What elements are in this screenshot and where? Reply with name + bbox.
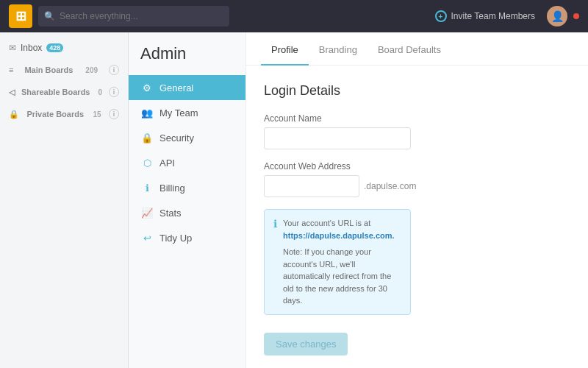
inbox-badge: 428 (46, 43, 63, 52)
sidebar-section-private-boards: 🔒 Private Boards 15 i (0, 102, 128, 124)
sidebar-private-boards-header[interactable]: 🔒 Private Boards 15 i (9, 106, 119, 122)
invite-label: Invite Team Members (451, 11, 536, 21)
sidebar-shareable-boards-header[interactable]: ◁ Shareable Boards 0 i (9, 84, 119, 100)
search-input[interactable] (60, 11, 223, 21)
info-box-icon: ℹ (273, 218, 277, 307)
admin-title: Admin (129, 44, 245, 75)
admin-nav-tidy-up[interactable]: ↩ Tidy Up (129, 225, 245, 250)
search-bar[interactable]: 🔍 (38, 6, 229, 26)
admin-nav-billing[interactable]: ℹ Billing (129, 175, 245, 200)
invite-icon: + (435, 10, 447, 22)
admin-layout: Admin ⚙ General 👥 My Team 🔒 Security ⬡ A… (129, 32, 588, 368)
general-label: General (159, 82, 193, 93)
web-address-row: .dapulse.com (264, 175, 570, 197)
main-layout: ✉ Inbox 428 ≡ Main Boards 209 i ◁ Sharea… (0, 32, 588, 368)
security-icon: 🔒 (140, 131, 154, 144)
api-icon: ⬡ (140, 156, 154, 169)
info-box: ℹ Your account's URL is at https://dapul… (264, 209, 411, 315)
sidebar-inbox[interactable]: ✉ Inbox 428 (0, 38, 128, 57)
avatar[interactable]: 👤 (547, 6, 567, 26)
account-name-label: Account Name (264, 113, 570, 124)
private-boards-label: Private Boards (26, 110, 84, 118)
billing-label: Billing (159, 183, 185, 194)
private-boards-info-icon[interactable]: i (109, 109, 119, 119)
stats-icon: 📈 (140, 206, 154, 219)
account-web-address-group: Account Web Address .dapulse.com (264, 161, 570, 197)
admin-nav-stats[interactable]: 📈 Stats (129, 200, 245, 225)
tab-branding[interactable]: Branding (309, 32, 368, 66)
main-boards-info-icon[interactable]: i (109, 65, 119, 75)
admin-content: Profile Branding Board Defaults Login De… (246, 32, 588, 368)
security-label: Security (159, 132, 194, 144)
save-changes-button[interactable]: Save changes (264, 333, 348, 355)
tab-board-defaults[interactable]: Board Defaults (368, 32, 451, 66)
api-label: API (159, 158, 175, 169)
account-name-input[interactable] (264, 127, 411, 149)
account-web-address-input[interactable] (264, 175, 359, 197)
content-area: Admin ⚙ General 👥 My Team 🔒 Security ⬡ A… (129, 32, 588, 368)
section-icon-shareable: ◁ (9, 88, 15, 97)
tidy-up-label: Tidy Up (159, 233, 192, 244)
my-team-label: My Team (159, 107, 198, 118)
admin-nav-general[interactable]: ⚙ General (129, 75, 245, 100)
sidebar: ✉ Inbox 428 ≡ Main Boards 209 i ◁ Sharea… (0, 32, 129, 368)
login-details-title: Login Details (264, 83, 570, 99)
account-web-address-label: Account Web Address (264, 161, 570, 171)
info-message: Your account's URL is at (283, 219, 370, 227)
tab-profile[interactable]: Profile (261, 32, 309, 66)
topbar: ⊞ 🔍 + Invite Team Members 👤 (0, 0, 588, 32)
sidebar-section-main-boards: ≡ Main Boards 209 i (0, 57, 128, 79)
sidebar-section-shareable-boards: ◁ Shareable Boards 0 i (0, 79, 128, 102)
web-address-suffix: .dapulse.com (364, 181, 416, 191)
admin-nav: Admin ⚙ General 👥 My Team 🔒 Security ⬡ A… (129, 32, 246, 368)
stats-label: Stats (159, 208, 182, 219)
shareable-boards-count: 0 (98, 88, 102, 96)
admin-nav-api[interactable]: ⬡ API (129, 150, 245, 175)
shareable-boards-info-icon[interactable]: i (109, 87, 119, 97)
section-icon-private: 🔒 (9, 110, 19, 119)
section-icon-main: ≡ (9, 66, 13, 74)
private-boards-count: 15 (93, 110, 101, 118)
main-boards-count: 209 (85, 66, 98, 74)
admin-nav-security[interactable]: 🔒 Security (129, 125, 245, 150)
billing-icon: ℹ (140, 181, 154, 194)
invite-team-button[interactable]: + Invite Team Members (429, 7, 542, 25)
info-link[interactable]: https://dapulse.dapulse.com. (283, 231, 395, 240)
app-logo: ⊞ (9, 4, 32, 28)
notification-dot (573, 13, 579, 19)
search-icon: 🔍 (44, 11, 55, 21)
admin-tabs: Profile Branding Board Defaults (246, 32, 588, 66)
general-icon: ⚙ (140, 81, 154, 94)
info-box-content: Your account's URL is at https://dapulse… (283, 217, 401, 307)
admin-nav-my-team[interactable]: 👥 My Team (129, 100, 245, 125)
main-boards-label: Main Boards (24, 66, 73, 74)
account-name-group: Account Name (264, 113, 570, 149)
inbox-icon: ✉ (9, 43, 16, 53)
admin-body: Login Details Account Name Account Web A… (246, 66, 588, 368)
shareable-boards-label: Shareable Boards (21, 88, 90, 96)
sidebar-main-boards-header[interactable]: ≡ Main Boards 209 i (9, 62, 119, 78)
tidy-up-icon: ↩ (140, 231, 154, 244)
my-team-icon: 👥 (140, 106, 154, 119)
inbox-label: Inbox (21, 43, 42, 53)
info-note: Note: If you change your account's URL, … (283, 246, 401, 307)
